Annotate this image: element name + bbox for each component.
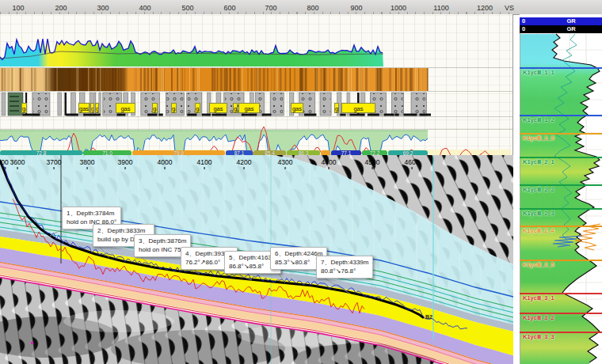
formation-marker-label[interactable]: K1ycⅢ_3_2	[523, 314, 554, 321]
depth-tick: 00	[1, 158, 8, 166]
curve-name: GR	[520, 25, 602, 33]
depth-tick: 3900	[118, 158, 133, 166]
formation-marker-label[interactable]: K1ycⅢ_3_3	[523, 333, 554, 340]
depth-tick: 3800	[80, 158, 95, 166]
gas-label: gas	[78, 103, 90, 113]
formation-marker-label[interactable]: K1ycⅢ_3_1	[523, 294, 554, 301]
formation-marker-label[interactable]: K1ycⅢ_2_5	[523, 261, 554, 268]
gas-label: gas	[116, 103, 135, 113]
ruler-tick: 300	[97, 4, 109, 12]
ruler-tick: 100	[12, 4, 24, 12]
formation-marker-label[interactable]: K1ycⅢ_1_3	[523, 135, 554, 142]
survey-callout[interactable]: 7、Depth:4339m80.8°↘76.8°	[316, 256, 373, 279]
ruler-tick: 900	[350, 4, 362, 12]
gr-track-header-1[interactable]: 0 GR	[520, 17, 602, 25]
curve-name: GR	[520, 17, 602, 25]
gr-track-header-2[interactable]: 0 GR	[520, 25, 602, 33]
ruler-tick: 600	[223, 4, 235, 12]
formation-marker-label[interactable]: K1ycⅢ_2_1	[523, 158, 554, 165]
ruler-tick: 1200	[477, 4, 493, 12]
log-tracks-canvas	[0, 14, 513, 155]
gas-label: gas	[291, 103, 303, 113]
ruler-tick: VS	[505, 4, 514, 12]
gas-label: gas	[21, 103, 27, 113]
depth-tick: 4600	[405, 158, 420, 166]
formation-marker-label[interactable]: K1ycⅢ_2_2	[523, 186, 554, 193]
gas-label: gas	[90, 103, 94, 113]
depth-tick: 4000	[158, 158, 173, 166]
gas-label: gas	[334, 103, 339, 113]
log-tracks-area: gasgasgasgasgasgasgasgasgasgasgasgasgasg…	[0, 14, 513, 155]
gas-label: gas	[152, 103, 158, 113]
ruler-tick: 1100	[433, 4, 448, 12]
gas-label: gas	[233, 103, 238, 113]
depth-tick: 3600	[10, 158, 25, 166]
gas-label: gas	[171, 103, 177, 113]
ruler-tick: 200	[55, 4, 67, 12]
gas-label: gas	[209, 103, 227, 113]
depth-tick: 4500	[365, 158, 380, 166]
formation-marker-label[interactable]: K1ycⅢ_1_2	[523, 116, 554, 123]
ruler-tick: 1000	[391, 4, 406, 12]
depth-tick: 4400	[322, 158, 337, 166]
ruler-tick: 500	[181, 4, 193, 12]
depth-tick: 4300	[278, 158, 293, 166]
depth-tick: 4100	[197, 158, 212, 166]
formation-marker-label[interactable]: K1ycⅢ_1_1	[523, 69, 554, 76]
offset-well-panel: 0 GR 0 GR K1ycⅢ_1_1K1ycⅢ_1_2K1ycⅢ_1_3K1y…	[520, 14, 602, 364]
well-target-label: B2	[425, 314, 432, 320]
formation-marker-label[interactable]: K1ycⅢ_2_3	[523, 210, 554, 217]
ruler-tick: 800	[307, 4, 318, 12]
geosteering-app-window: 100200300400500600700800900100011001200V…	[0, 0, 602, 364]
formation-marker-label[interactable]: K1ycⅢ_2_4	[523, 227, 554, 234]
depth-tick: 4200	[237, 158, 252, 166]
gas-label: gas	[195, 103, 200, 113]
ruler-tick: 700	[265, 4, 276, 12]
ruler-tick: 400	[139, 4, 150, 12]
gas-label: gas	[95, 103, 99, 113]
gas-label: gas	[341, 103, 375, 113]
gas-label: gas	[238, 103, 260, 113]
vs-ruler: 100200300400500600700800900100011001200V…	[0, 0, 602, 15]
depth-tick: 3700	[47, 158, 62, 166]
seismic-section[interactable]: 0036003700380039004000410042004300440045…	[0, 155, 513, 364]
